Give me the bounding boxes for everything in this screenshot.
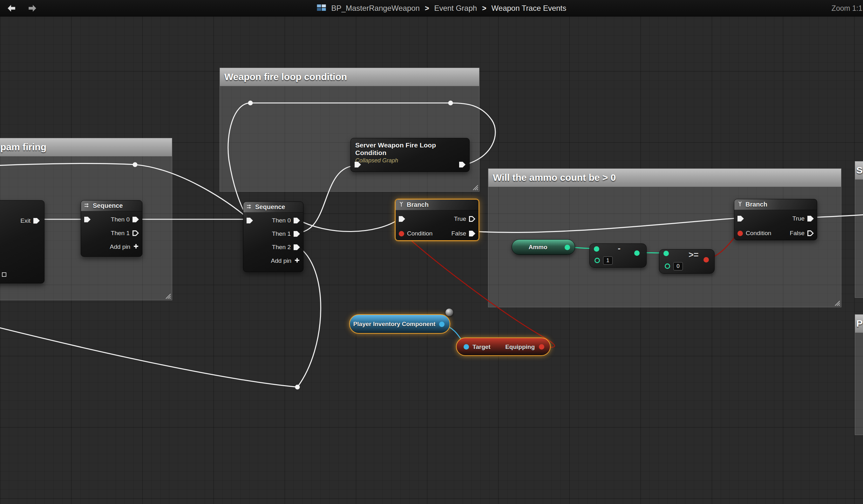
exec-out-pin[interactable] — [133, 217, 139, 223]
pin-row: True — [734, 211, 817, 226]
exec-out-pin[interactable] — [293, 244, 300, 250]
node-header: Sequence — [243, 202, 303, 213]
node-title: Branch — [407, 201, 429, 209]
pin-row: Then 2 — [243, 241, 303, 254]
exec-wire[interactable] — [297, 166, 357, 232]
add-pin-label: Add pin — [110, 243, 130, 250]
value-input[interactable]: 0 — [673, 262, 683, 270]
exec-out-pin[interactable] — [808, 230, 814, 236]
exec-wire[interactable] — [0, 327, 297, 387]
ammo-variable-node[interactable]: Ammo — [512, 239, 575, 255]
equipping-variable-node[interactable]: Target Equipping — [456, 338, 551, 356]
collapsed-graph-node-partial[interactable]: Exit — [0, 200, 45, 284]
value-input[interactable]: 1 — [603, 256, 613, 265]
exec-wire[interactable] — [473, 218, 740, 232]
reroute-node[interactable] — [133, 162, 138, 167]
exec-wire[interactable] — [0, 163, 135, 166]
breadcrumb-asset[interactable]: BP_MasterRangeWeapon — [332, 4, 420, 13]
reroute-node[interactable] — [295, 385, 300, 390]
node-title: Sequence — [255, 203, 285, 211]
exec-in-pin[interactable] — [84, 217, 90, 223]
arrow-left-icon — [7, 4, 16, 12]
blueprint-icon — [317, 4, 326, 13]
pin-row: Then 0 — [243, 214, 303, 227]
pin-row: Then 0 — [81, 213, 142, 226]
plus-icon[interactable] — [133, 243, 139, 250]
target-in-pin[interactable] — [464, 344, 469, 350]
pin-row: Add pin — [81, 240, 142, 254]
exec-in-pin[interactable] — [399, 216, 405, 222]
back-button[interactable] — [5, 3, 18, 14]
input-pin[interactable] — [663, 251, 669, 256]
drag-sphere-icon — [446, 308, 453, 316]
exec-out-pin[interactable] — [293, 218, 300, 223]
exec-in-pin[interactable] — [354, 162, 361, 167]
branch-node-1[interactable]: Branch True Condition False — [395, 199, 479, 241]
bool-out-pin[interactable] — [539, 344, 544, 350]
input-pin[interactable] — [595, 258, 600, 263]
input-pin[interactable] — [594, 246, 599, 252]
exit-pin-label: Exit — [20, 217, 30, 224]
variable-label: Ammo — [512, 244, 564, 251]
variable-label: Player Inventory Component — [350, 320, 439, 328]
exec-out-pin[interactable] — [808, 216, 814, 222]
player-inventory-component-node[interactable]: Player Inventory Component — [349, 314, 450, 334]
branch-icon — [399, 201, 404, 208]
exec-wire[interactable] — [812, 214, 863, 217]
result-out-pin[interactable] — [634, 250, 640, 256]
pin-label: False — [790, 230, 804, 237]
value-out-pin[interactable] — [565, 245, 570, 250]
sequence-node-1[interactable]: Sequence Then 0 Then 1 Add pin — [81, 200, 142, 257]
pin-row: True — [396, 212, 478, 226]
chevron-right-icon: > — [425, 4, 429, 13]
reroute-node[interactable] — [248, 101, 253, 105]
exec-out-pin[interactable] — [469, 216, 475, 222]
pin-row: Then 1 — [81, 226, 142, 240]
greater-equal-node[interactable]: 0 >= — [659, 249, 715, 274]
breadcrumb-graph[interactable]: Event Graph — [434, 4, 477, 13]
pin-row: Add pin — [243, 254, 303, 268]
bool-out-pin[interactable] — [703, 257, 709, 263]
pin-row — [351, 160, 469, 170]
condition-pin[interactable] — [738, 231, 743, 236]
node-title: Server Weapon Fire Loop Condition — [351, 138, 469, 157]
branch-icon — [738, 201, 742, 208]
exec-in-pin[interactable] — [247, 218, 253, 223]
pin-label: Then 1 — [272, 230, 291, 237]
forward-button[interactable] — [26, 3, 39, 14]
breadcrumb: BP_MasterRangeWeapon > Event Graph > Wea… — [317, 0, 566, 16]
exec-out-pin[interactable] — [133, 230, 139, 236]
exec-out-pin[interactable] — [33, 218, 40, 224]
variable-label: Equipping — [505, 343, 535, 351]
object-out-pin[interactable] — [439, 322, 445, 327]
input-pin[interactable] — [665, 263, 670, 269]
pin-label: Then 0 — [272, 217, 291, 224]
breadcrumb-section[interactable]: Weapon Trace Events — [491, 4, 566, 13]
exec-out-pin[interactable] — [469, 231, 475, 237]
blueprint-graph-editor[interactable]: Spam firing Weapon fire loop condition W… — [0, 0, 863, 504]
exec-wire[interactable] — [297, 218, 401, 232]
node-title: Sequence — [93, 202, 123, 210]
exec-in-pin[interactable] — [738, 216, 744, 222]
pin-row: Condition False — [396, 226, 478, 241]
topbar: BP_MasterRangeWeapon > Event Graph > Wea… — [0, 0, 863, 16]
sequence-node-2[interactable]: Sequence Then 0 Then 1 Then 2 — [243, 201, 303, 272]
pin-row: Then 1 — [243, 227, 303, 241]
reroute-node[interactable] — [448, 101, 453, 105]
pin-label: Then 1 — [111, 230, 130, 237]
collapsed-graph-node-server-loop[interactable]: Server Weapon Fire Loop Condition Collap… — [350, 138, 470, 172]
condition-pin[interactable] — [399, 231, 404, 237]
exec-out-pin[interactable] — [293, 231, 300, 237]
pin-label: True — [792, 215, 804, 222]
pin-label: Then 0 — [111, 216, 130, 223]
checkbox-pin[interactable] — [2, 272, 7, 277]
branch-node-2[interactable]: Branch True Condition False — [734, 199, 817, 240]
node-header: Sequence — [81, 201, 142, 211]
exec-out-pin[interactable] — [459, 162, 465, 167]
sequence-icon — [84, 203, 90, 209]
node-header: Branch — [396, 200, 478, 210]
subtract-node[interactable]: 1 - — [589, 243, 647, 267]
pin-label: Condition — [746, 230, 771, 237]
node-header: Branch — [734, 199, 817, 210]
plus-icon[interactable] — [294, 257, 300, 264]
